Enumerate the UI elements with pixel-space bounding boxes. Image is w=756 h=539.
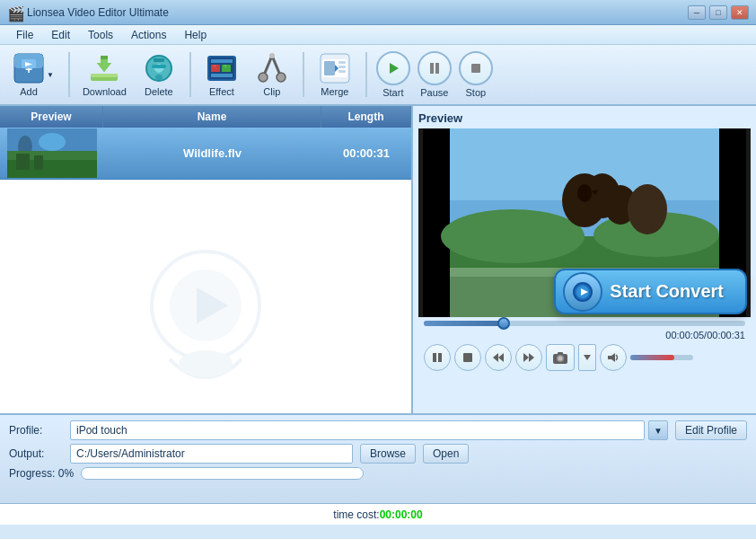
svg-rect-37 (471, 64, 480, 73)
svg-marker-70 (498, 353, 504, 362)
header-name: Name (103, 106, 321, 128)
menu-edit[interactable]: Edit (42, 27, 79, 43)
output-row: Output: Browse Open (9, 444, 747, 464)
close-btn[interactable]: ✕ (731, 5, 749, 20)
progress-bar-container (81, 467, 364, 480)
header-preview: Preview (0, 106, 103, 128)
svg-marker-8 (97, 59, 111, 72)
profile-dropdown-btn[interactable]: ▼ (648, 420, 668, 440)
main-wrapper: Preview Name Length (0, 106, 756, 413)
app-title: Lionsea Video Editor Ultimate (27, 6, 688, 19)
svg-point-62 (577, 184, 592, 202)
svg-marker-77 (584, 355, 591, 360)
playback-stop-btn[interactable] (454, 344, 481, 371)
download-icon (88, 52, 120, 84)
svg-point-49 (179, 350, 233, 377)
file-length: 00:00:31 (321, 146, 411, 160)
watermark-area (0, 234, 411, 413)
playback-options-btn[interactable] (578, 344, 596, 371)
svg-rect-36 (435, 63, 439, 74)
svg-rect-19 (211, 74, 233, 77)
file-list: Wildlife.flv 00:00:31 (0, 128, 411, 234)
toolbar-sep-2 (189, 52, 191, 97)
browse-button[interactable]: Browse (360, 444, 416, 464)
menu-bar: File Edit Tools Actions Help (0, 25, 756, 45)
svg-marker-78 (608, 353, 615, 362)
profile-label: Profile: (9, 424, 63, 437)
seek-bar-fill (424, 321, 505, 326)
download-button[interactable]: Download (77, 49, 132, 101)
time-display: 00:00:05/00:00:31 (418, 330, 751, 340)
preview-panel: Preview (413, 106, 756, 413)
svg-marker-69 (493, 353, 498, 362)
window-controls: ─ □ ✕ (688, 5, 749, 20)
seek-bar-thumb[interactable] (497, 317, 510, 330)
open-button[interactable]: Open (423, 444, 469, 464)
maximize-btn[interactable]: □ (709, 5, 727, 20)
svg-rect-13 (154, 58, 164, 62)
download-label: Download (83, 86, 127, 97)
svg-rect-6 (91, 74, 118, 77)
app-icon: 🎬 (7, 5, 22, 20)
svg-point-26 (269, 53, 275, 58)
svg-point-24 (259, 73, 268, 82)
menu-tools[interactable]: Tools (79, 27, 122, 43)
time-cost-bar: time cost: 00:00:00 (0, 503, 756, 525)
merge-button[interactable]: Merge (312, 49, 358, 101)
effect-button[interactable]: Effect (198, 49, 245, 101)
preview-title: Preview (418, 111, 751, 125)
menu-file[interactable]: File (7, 27, 42, 43)
merge-icon (319, 52, 351, 84)
effect-icon (206, 52, 238, 84)
start-convert-area: Start Convert (554, 269, 747, 314)
edit-profile-button[interactable]: Edit Profile (675, 420, 747, 440)
seek-bar-container[interactable] (418, 317, 751, 330)
clip-icon (256, 52, 288, 84)
seek-bar-track[interactable] (424, 321, 745, 326)
svg-marker-71 (523, 353, 529, 362)
svg-point-56 (441, 209, 585, 263)
add-dropdown-arrow[interactable]: ▼ (45, 49, 56, 101)
delete-button[interactable]: Delete (136, 49, 182, 101)
start-playback-button[interactable] (376, 51, 410, 85)
output-label: Output: (9, 447, 63, 460)
menu-help[interactable]: Help (175, 27, 215, 43)
svg-rect-68 (463, 353, 472, 362)
output-input[interactable] (70, 444, 353, 464)
svg-rect-51 (423, 128, 450, 317)
add-icon: + (13, 52, 45, 84)
table-row[interactable]: Wildlife.flv 00:00:31 (0, 128, 411, 180)
menu-actions[interactable]: Actions (122, 27, 175, 43)
file-panel-header: Preview Name Length (0, 106, 411, 128)
volume-bar[interactable] (630, 355, 693, 360)
toolbar-sep-3 (303, 52, 304, 97)
toolbar-sep-1 (68, 52, 70, 97)
pause-playback-button[interactable] (418, 51, 452, 85)
pause-label: Pause (420, 87, 448, 98)
add-button[interactable]: + Add ▼ (7, 49, 61, 101)
svg-rect-31 (338, 61, 346, 64)
profile-select-container: ▼ (70, 420, 668, 440)
playback-ffwd-btn[interactable] (515, 344, 542, 371)
svg-rect-32 (338, 66, 346, 68)
delete-icon (143, 52, 175, 84)
svg-point-11 (155, 75, 163, 80)
playback-rewind-btn[interactable] (485, 344, 512, 371)
svg-rect-66 (433, 353, 436, 362)
time-cost-label: time cost: (333, 508, 379, 521)
clip-button[interactable]: Clip (249, 49, 295, 101)
volume-icon-btn[interactable] (600, 344, 627, 371)
start-convert-button[interactable]: Start Convert (554, 269, 747, 314)
svg-rect-29 (324, 61, 335, 75)
svg-point-75 (558, 357, 563, 361)
title-bar: 🎬 Lionsea Video Editor Ultimate ─ □ ✕ (0, 0, 756, 25)
stop-playback-button[interactable] (459, 51, 493, 85)
svg-rect-44 (16, 154, 30, 170)
file-name: Wildlife.flv (103, 146, 321, 160)
playback-screenshot-btn[interactable] (546, 344, 575, 371)
minimize-btn[interactable]: ─ (688, 5, 706, 20)
playback-pause-btn[interactable] (424, 344, 451, 371)
profile-input[interactable] (70, 420, 645, 440)
header-length: Length (321, 106, 411, 128)
bottom-panel: Profile: ▼ Edit Profile Output: Browse O… (0, 413, 756, 503)
